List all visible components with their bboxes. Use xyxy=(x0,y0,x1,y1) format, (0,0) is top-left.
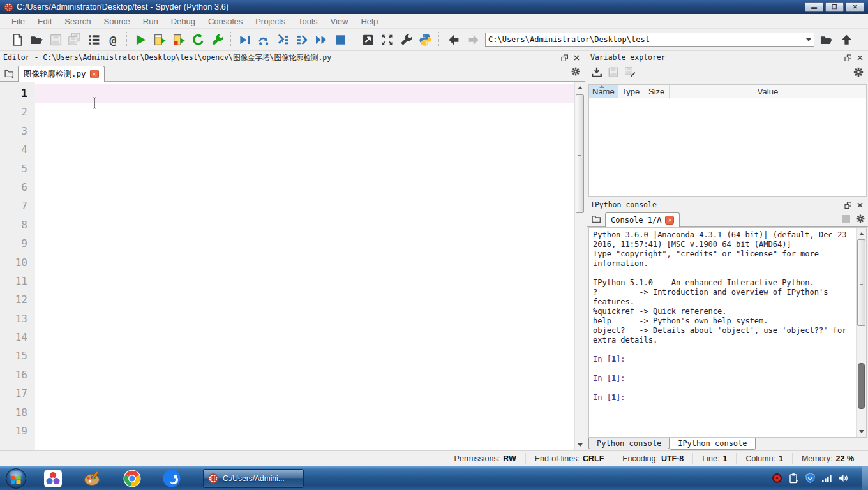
editor-body[interactable]: 12345678910111213141516171819 xyxy=(0,82,574,450)
variable-explorer-table[interactable]: Name Type Size Value xyxy=(588,84,867,197)
run-cell-button[interactable] xyxy=(151,31,168,48)
close-pane-icon[interactable] xyxy=(855,200,865,209)
step-into-button[interactable] xyxy=(274,31,292,48)
import-data-icon[interactable] xyxy=(591,66,602,80)
new-file-button[interactable] xyxy=(8,31,26,48)
variable-explorer-pane: Variable explorer Name Type Size Value xyxy=(587,51,868,197)
network-signal-tray-icon[interactable] xyxy=(821,473,832,484)
menu-item-run[interactable]: Run xyxy=(137,15,165,28)
close-button[interactable]: ✕ xyxy=(846,2,864,12)
menu-item-debug[interactable]: Debug xyxy=(165,15,202,28)
qq-browser-launcher-icon[interactable] xyxy=(161,468,183,489)
configure-button[interactable] xyxy=(208,31,226,48)
save-all-button[interactable] xyxy=(66,31,84,48)
menu-item-source[interactable]: Source xyxy=(98,15,137,28)
clipboard-tray-icon[interactable] xyxy=(788,473,799,484)
stop-debug-button[interactable] xyxy=(331,31,349,48)
save-button[interactable] xyxy=(47,31,64,48)
column-header-name[interactable]: Name xyxy=(589,85,618,98)
browse-tabs-icon[interactable] xyxy=(1,65,17,80)
console-line: 2016, 11:57:41) [MSC v.1900 64 bit (AMD6… xyxy=(593,240,855,249)
working-directory-combo[interactable]: C:\Users\Administrator\Desktop\test xyxy=(485,33,814,47)
tab-ipython-console[interactable]: IPython console xyxy=(670,438,755,450)
open-file-button[interactable] xyxy=(27,31,45,48)
minimize-button[interactable]: ▬ xyxy=(805,2,823,12)
run-button[interactable] xyxy=(131,31,149,48)
line-number-12: 12 xyxy=(0,290,35,309)
close-pane-icon[interactable] xyxy=(571,53,581,62)
record-tray-icon[interactable] xyxy=(772,473,782,484)
ipython-console-header: IPython console xyxy=(587,199,868,211)
undock-pane-icon[interactable] xyxy=(842,53,853,62)
restore-button[interactable]: ❐ xyxy=(825,2,844,12)
parent-directory-button[interactable] xyxy=(837,31,855,48)
menu-item-consoles[interactable]: Consoles xyxy=(202,15,249,28)
line-number-19: 19 xyxy=(0,422,35,440)
console-output[interactable]: Python 3.6.0 |Anaconda 4.3.1 (64-bit)| (… xyxy=(588,227,867,438)
maximize-pane-button[interactable] xyxy=(359,31,377,48)
start-button[interactable] xyxy=(5,468,27,489)
console-line: extra details. xyxy=(593,336,855,345)
undock-pane-icon[interactable] xyxy=(559,53,569,62)
active-task-button[interactable]: C:/Users/Admini... xyxy=(203,469,304,488)
editor-options-gear-icon[interactable] xyxy=(571,66,582,78)
volume-tray-icon[interactable] xyxy=(838,473,849,484)
tools-button[interactable] xyxy=(397,31,415,48)
line-number-8: 8 xyxy=(0,216,35,234)
line-number-17: 17 xyxy=(0,384,35,403)
editor-scrollbar[interactable] xyxy=(574,82,585,450)
column-header-size[interactable]: Size xyxy=(645,85,670,98)
step-return-button[interactable] xyxy=(293,31,311,48)
show-desktop-button[interactable] xyxy=(862,466,868,490)
rerun-button[interactable] xyxy=(189,31,207,48)
menu-item-edit[interactable]: Edit xyxy=(31,15,58,28)
save-data-icon[interactable] xyxy=(608,66,619,80)
console-tab[interactable]: Console 1/A ✕ xyxy=(605,212,680,227)
interrupt-kernel-icon[interactable] xyxy=(842,215,850,223)
menu-item-tools[interactable]: Tools xyxy=(292,15,324,28)
fullscreen-button[interactable] xyxy=(378,31,396,48)
step-over-button[interactable] xyxy=(255,31,273,48)
menu-item-file[interactable]: File xyxy=(5,15,31,28)
chevron-down-icon[interactable] xyxy=(806,38,811,41)
column-header-value[interactable]: Value xyxy=(670,85,866,98)
console-line: Type "copyright", "credits" or "license"… xyxy=(593,249,855,259)
run-cell-advance-button[interactable] xyxy=(170,31,188,48)
editor-tab[interactable]: 图像轮廓检测.py ✕ xyxy=(18,66,105,82)
console-scrollbar[interactable] xyxy=(856,228,866,437)
security-shield-tray-icon[interactable] xyxy=(805,473,816,484)
menu-item-search[interactable]: Search xyxy=(58,15,97,28)
console-prompt: In [1]: xyxy=(593,355,855,364)
close-tab-icon[interactable]: ✕ xyxy=(90,70,99,78)
debug-button[interactable] xyxy=(236,31,253,48)
paint-launcher-icon[interactable] xyxy=(82,468,103,489)
forward-button[interactable] xyxy=(465,31,483,48)
menu-item-view[interactable]: View xyxy=(324,15,354,28)
line-number-7: 7 xyxy=(0,197,35,215)
browse-tabs-icon[interactable] xyxy=(588,211,604,226)
back-button[interactable] xyxy=(444,31,462,48)
column-header-type[interactable]: Type xyxy=(618,85,645,98)
variable-explorer-toolbar xyxy=(587,64,868,83)
console-options-gear-icon[interactable] xyxy=(855,214,865,224)
file-switcher-button[interactable] xyxy=(85,31,103,48)
save-data-as-icon[interactable] xyxy=(624,66,636,80)
editor-pane: Editor - C:\Users\Administrator\Desktop\… xyxy=(0,51,585,450)
undock-pane-icon[interactable] xyxy=(842,200,853,209)
chrome-launcher-icon[interactable] xyxy=(121,468,143,489)
tab-python-console[interactable]: Python console xyxy=(588,438,670,449)
menu-item-help[interactable]: Help xyxy=(354,15,384,28)
python-logo-icon[interactable] xyxy=(416,31,434,48)
close-pane-icon[interactable] xyxy=(855,53,865,62)
code-area[interactable] xyxy=(35,82,574,450)
line-number-3: 3 xyxy=(0,122,35,140)
menu-item-projects[interactable]: Projects xyxy=(249,15,292,28)
symbol-finder-button[interactable]: @ xyxy=(104,31,122,48)
variable-explorer-options-gear-icon[interactable] xyxy=(853,66,864,80)
open-directory-button[interactable] xyxy=(817,31,835,48)
netdisk-launcher-icon[interactable] xyxy=(42,468,64,489)
console-line: ? -> Introduction and overview of IPytho… xyxy=(593,288,855,297)
line-number-15: 15 xyxy=(0,346,35,365)
close-tab-icon[interactable]: ✕ xyxy=(665,216,674,225)
continue-button[interactable] xyxy=(312,31,330,48)
